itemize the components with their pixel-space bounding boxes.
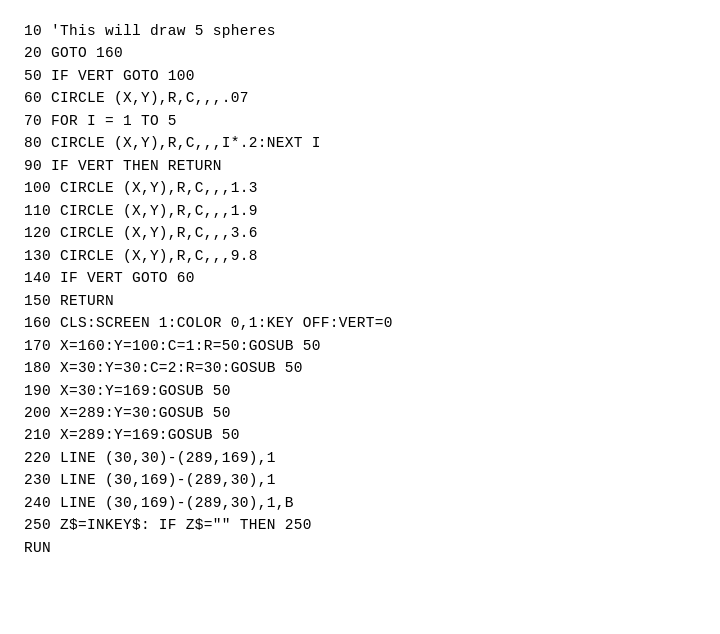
code-line-20: 230 LINE (30,169)-(289,30),1 bbox=[24, 469, 696, 491]
code-line-21: 240 LINE (30,169)-(289,30),1,B bbox=[24, 492, 696, 514]
code-line-23: RUN bbox=[24, 537, 696, 559]
code-line-6: 90 IF VERT THEN RETURN bbox=[24, 155, 696, 177]
code-line-12: 150 RETURN bbox=[24, 290, 696, 312]
code-line-0: 10 'This will draw 5 spheres bbox=[24, 20, 696, 42]
code-line-9: 120 CIRCLE (X,Y),R,C,,,3.6 bbox=[24, 222, 696, 244]
code-line-2: 50 IF VERT GOTO 100 bbox=[24, 65, 696, 87]
code-line-3: 60 CIRCLE (X,Y),R,C,,,.07 bbox=[24, 87, 696, 109]
code-line-16: 190 X=30:Y=169:GOSUB 50 bbox=[24, 380, 696, 402]
code-line-7: 100 CIRCLE (X,Y),R,C,,,1.3 bbox=[24, 177, 696, 199]
code-line-14: 170 X=160:Y=100:C=1:R=50:GOSUB 50 bbox=[24, 335, 696, 357]
code-line-18: 210 X=289:Y=169:GOSUB 50 bbox=[24, 424, 696, 446]
code-line-5: 80 CIRCLE (X,Y),R,C,,,I*.2:NEXT I bbox=[24, 132, 696, 154]
code-line-15: 180 X=30:Y=30:C=2:R=30:GOSUB 50 bbox=[24, 357, 696, 379]
code-line-22: 250 Z$=INKEY$: IF Z$="" THEN 250 bbox=[24, 514, 696, 536]
code-line-1: 20 GOTO 160 bbox=[24, 42, 696, 64]
code-line-10: 130 CIRCLE (X,Y),R,C,,,9.8 bbox=[24, 245, 696, 267]
code-line-11: 140 IF VERT GOTO 60 bbox=[24, 267, 696, 289]
code-line-4: 70 FOR I = 1 TO 5 bbox=[24, 110, 696, 132]
code-line-17: 200 X=289:Y=30:GOSUB 50 bbox=[24, 402, 696, 424]
code-display: 10 'This will draw 5 spheres20 GOTO 1605… bbox=[0, 0, 720, 634]
code-line-8: 110 CIRCLE (X,Y),R,C,,,1.9 bbox=[24, 200, 696, 222]
code-line-13: 160 CLS:SCREEN 1:COLOR 0,1:KEY OFF:VERT=… bbox=[24, 312, 696, 334]
code-line-19: 220 LINE (30,30)-(289,169),1 bbox=[24, 447, 696, 469]
